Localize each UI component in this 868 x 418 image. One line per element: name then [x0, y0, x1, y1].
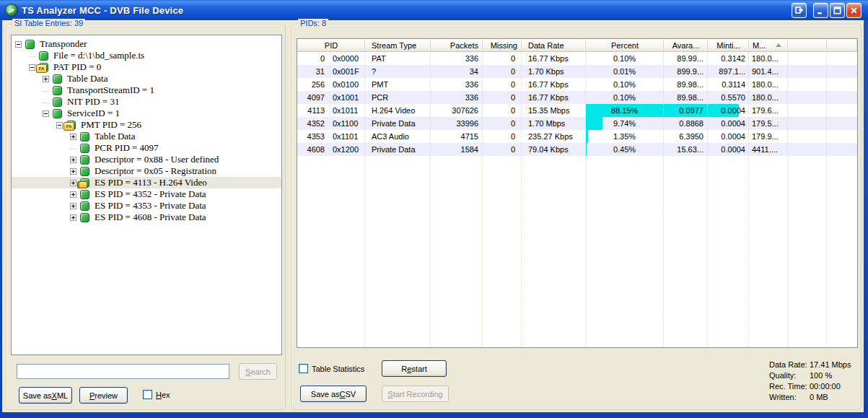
sort-asc-icon: [776, 43, 781, 47]
table-row[interactable]: 43520x1100Private Data3399601.70 Mbps9.7…: [297, 117, 857, 130]
cell-avara: 6.3950: [664, 130, 708, 143]
column-header-missing[interactable]: Missing: [483, 39, 522, 51]
cell-data_rate: 16.77 Kbps: [522, 91, 586, 104]
tree-item-label: ServiceID = 1: [67, 108, 120, 119]
table-statistics-label[interactable]: Table Statistics: [312, 365, 364, 373]
si-table-entries-title: SI Table Entries: 39: [12, 19, 85, 27]
tree-item[interactable]: ES PID = 4352 - Private Data: [12, 188, 281, 200]
popout-icon[interactable]: [792, 3, 807, 18]
column-header-stream-type[interactable]: Stream Type: [365, 39, 431, 51]
restart-button[interactable]: Restart: [382, 360, 447, 377]
hex-checkbox[interactable]: [143, 390, 152, 399]
column-header-m[interactable]: M...: [749, 39, 788, 51]
column-header-minti[interactable]: Minti...: [708, 39, 749, 51]
tree-item[interactable]: Transponder: [12, 38, 281, 50]
green-node-icon: [80, 132, 89, 141]
cell-empty: [788, 78, 827, 91]
cell-missing: 0: [483, 78, 522, 91]
close-icon[interactable]: [846, 3, 862, 18]
tree-item[interactable]: Descriptor = 0x88 - User defined: [12, 154, 281, 165]
minimize-icon[interactable]: [813, 3, 828, 18]
save-as-csv-button[interactable]: Save as CSV: [300, 386, 367, 402]
cell-percent: 0.01%: [586, 65, 664, 78]
table-row[interactable]: 2560x0100PMT336016.77 Kbps0.10%89.98...0…: [297, 78, 857, 91]
tree-item[interactable]: ES PID = 4353 - Private Data: [12, 200, 281, 212]
column-header-avara[interactable]: Avara...: [664, 39, 708, 51]
table-row[interactable]: 46080x1200Private Data1584079.04 Kbps0.4…: [297, 143, 857, 156]
save-as-xml-button[interactable]: Save as XML: [19, 387, 72, 404]
maximize-icon[interactable]: [830, 3, 845, 18]
expand-plus-icon[interactable]: [70, 157, 76, 163]
cell-pid: 41130x1011: [297, 104, 365, 117]
empty-cell: [431, 156, 483, 347]
pid-hex: 0x1200: [333, 145, 359, 154]
green-node-icon: [80, 155, 89, 165]
expand-plus-icon[interactable]: [43, 76, 49, 82]
pid-decimal: 4113: [297, 106, 325, 115]
cell-minti: 0.0004: [708, 117, 749, 130]
collapse-minus-icon[interactable]: [15, 41, 22, 48]
pid-decimal: 4608: [297, 145, 325, 154]
empty-cell: [664, 156, 708, 347]
search-input[interactable]: [17, 364, 229, 379]
tree-item[interactable]: File = d:\1\bd_sample.ts: [12, 50, 281, 61]
pid-hex: 0x1100: [333, 119, 358, 128]
cell-stream_type: AC3 Audio: [365, 130, 431, 143]
cell-m: 4411....: [749, 143, 788, 156]
start-recording-button[interactable]: Start Recording: [382, 386, 449, 402]
column-header-pid[interactable]: PID: [297, 39, 365, 51]
tree-item[interactable]: TransportStreamID = 1: [12, 84, 281, 96]
table-row[interactable]: 40970x1001PCR336016.77 Kbps0.10%89.98...…: [297, 91, 857, 104]
search-button[interactable]: Search: [239, 363, 277, 380]
expand-plus-icon[interactable]: [70, 191, 76, 198]
cell-percent: 0.10%: [586, 78, 664, 91]
column-header-label: M...: [749, 41, 766, 50]
collapse-minus-icon[interactable]: [43, 110, 49, 117]
cell-minti: 0.3142: [708, 52, 749, 65]
column-header-packets[interactable]: Packets: [431, 39, 483, 51]
expand-plus-icon[interactable]: [70, 134, 76, 140]
cell-pid: 46080x1200: [297, 143, 365, 156]
tree-item-label: PMT PID = 256: [81, 119, 141, 131]
table-row[interactable]: 310x001F?3401.70 Kbps0.01%899.9...897.1.…: [297, 65, 857, 78]
cell-missing: 0: [483, 91, 522, 104]
tree-item[interactable]: PAT PID = 0: [12, 61, 281, 73]
title-bar[interactable]: TS Analyzer MCC - DVB File Device: [0, 0, 868, 20]
cell-empty: [827, 91, 857, 104]
collapse-minus-icon[interactable]: [29, 64, 35, 71]
column-header-data-rate[interactable]: Data Rate: [522, 39, 586, 51]
cell-packets: 336: [431, 78, 483, 91]
table-row[interactable]: 41130x1011H.264 Video307626015.35 Mbps88…: [297, 104, 857, 117]
tree-item[interactable]: ServiceID = 1: [12, 108, 281, 119]
collapse-minus-icon[interactable]: [56, 122, 63, 129]
tree-item[interactable]: PCR PID = 4097: [12, 142, 281, 154]
cell-m: 179.5...: [749, 117, 788, 130]
cell-empty: [788, 52, 827, 65]
tree-item[interactable]: ES PID = 4113 - H.264 Video: [12, 177, 281, 188]
tree-item[interactable]: Table Data: [12, 73, 281, 84]
table-statistics-checkbox[interactable]: [299, 364, 308, 373]
pid-table[interactable]: PIDStream TypePacketsMissingData RatePer…: [297, 38, 858, 348]
expand-plus-icon[interactable]: [70, 180, 76, 186]
table-row[interactable]: 43530x1101AC3 Audio47150235.27 Kbps1.35%…: [297, 130, 857, 143]
preview-button[interactable]: Preview: [79, 387, 128, 404]
tree-item[interactable]: Descriptor = 0x05 - Registration: [12, 165, 281, 177]
cell-stream_type: ?: [365, 65, 431, 78]
tree-item[interactable]: NIT PID = 31: [12, 96, 281, 108]
si-tree[interactable]: TransponderFile = d:\1\bd_sample.tsPAT P…: [11, 35, 282, 355]
hex-label[interactable]: Hex: [156, 391, 170, 399]
expand-plus-icon[interactable]: [70, 203, 76, 209]
tree-item[interactable]: ES PID = 4608 - Private Data: [12, 212, 281, 223]
cell-avara: 0.8868: [664, 117, 708, 130]
table-row[interactable]: 00x0000PAT336016.77 Kbps0.10%89.99...0.3…: [297, 52, 857, 65]
pid-decimal: 256: [297, 80, 325, 89]
tree-item-label: Table Data: [95, 131, 135, 142]
expand-plus-icon[interactable]: [70, 168, 76, 175]
app-window: TS Analyzer MCC - DVB File Device SI Tab…: [0, 0, 868, 418]
tree-item[interactable]: Table Data: [12, 131, 281, 142]
tree-connector: [29, 51, 35, 57]
tree-item[interactable]: PMT PID = 256: [12, 119, 281, 131]
column-header-label: Percent: [611, 41, 639, 50]
expand-plus-icon[interactable]: [70, 214, 76, 221]
column-header-percent[interactable]: Percent: [586, 39, 664, 51]
